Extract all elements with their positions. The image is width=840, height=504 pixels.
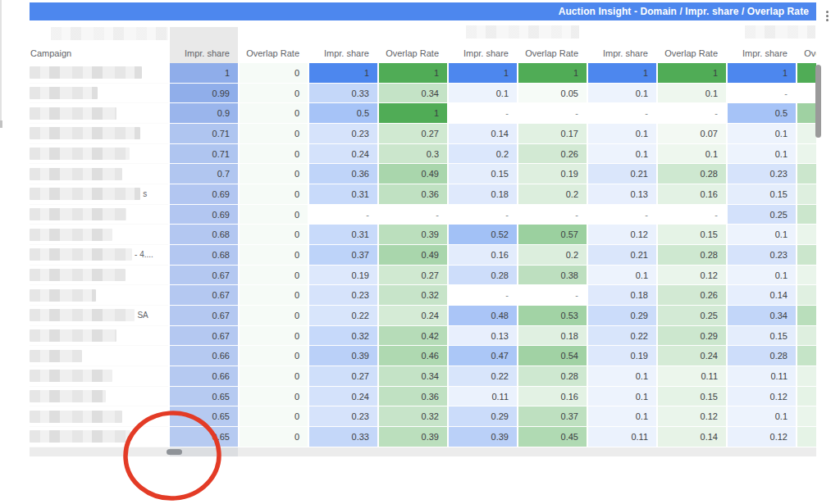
column-header-impr-share[interactable]: Impr. share	[309, 48, 377, 58]
impr-share-cell: 0.1	[728, 225, 796, 245]
impr-share-cell: 0.23	[309, 406, 377, 427]
column-header-impr-share[interactable]: Impr. share	[449, 48, 517, 58]
impr-share-cell: -	[728, 84, 796, 104]
horizontal-scrollbar-thumb[interactable]	[167, 449, 182, 455]
overlap-rate-cell: 0.24	[379, 306, 447, 326]
overlap-rate-cell: 0.19	[518, 164, 587, 184]
overlap-rate-cell: 0	[240, 245, 308, 266]
redaction-artifact	[51, 27, 168, 40]
overlap-rate-cell: 0.15	[658, 225, 726, 245]
overlap-rate-cell: 0.26	[658, 285, 726, 306]
overlap-rate-cell: 0	[240, 124, 308, 144]
impr-share-cell: 0.16	[449, 245, 517, 266]
campaign-cell: s	[30, 184, 168, 205]
table-row: 0.6500.230.320.290.370.10.120.1	[30, 406, 816, 427]
overlap-rate-cell-clipped	[797, 205, 816, 225]
table-row: 0.900.51----0.5	[30, 103, 816, 124]
left-edge-tick	[0, 120, 2, 128]
impr-share-cell: 0.28	[728, 346, 796, 366]
overlap-rate-cell: 0.26	[518, 144, 587, 165]
impr-share-cell: 0.1	[588, 124, 656, 144]
impr-share-cell: 0.14	[449, 124, 517, 144]
campaign-cell	[30, 285, 168, 306]
overlap-rate-cell: 0.18	[518, 326, 587, 347]
redacted-campaign-name	[30, 168, 122, 180]
overlap-rate-cell: 0.28	[518, 366, 587, 387]
campaign-cell	[30, 84, 168, 104]
impr-share-cell: 0.67	[170, 306, 238, 326]
overlap-rate-cell: 0.45	[518, 427, 587, 447]
column-header-impr-share[interactable]: Impr. share	[728, 48, 796, 58]
impr-share-cell: 0.11	[449, 387, 517, 407]
impr-share-cell: 0.24	[309, 387, 377, 407]
redacted-campaign-name	[30, 430, 130, 443]
impr-share-cell: 0.1	[588, 144, 656, 165]
overlap-rate-cell-clipped	[797, 285, 816, 306]
horizontal-scrollbar-track[interactable]	[30, 447, 816, 456]
column-header-overlap-rate[interactable]: Overlap Rate	[797, 48, 816, 58]
impr-share-cell: 0.65	[170, 387, 238, 407]
campaign-cell	[30, 366, 168, 387]
impr-share-cell: 0.71	[170, 144, 238, 165]
impr-share-cell: 0.32	[309, 326, 377, 347]
impr-share-cell: -	[449, 205, 517, 225]
impr-share-cell: 0.71	[170, 124, 238, 144]
overlap-rate-cell: 0	[240, 406, 308, 427]
overlap-rate-cell: 0	[240, 266, 308, 286]
redacted-campaign-name	[30, 289, 96, 302]
impr-share-cell: 0.1	[728, 406, 796, 427]
vertical-scrollbar-thumb[interactable]	[815, 65, 821, 138]
overlap-rate-cell-clipped	[797, 144, 816, 165]
impr-share-cell: 0.15	[728, 326, 796, 347]
overlap-rate-cell: 0.34	[379, 84, 447, 104]
overlap-rate-cell: 1	[518, 63, 587, 84]
impr-share-cell: 0.52	[449, 225, 517, 245]
column-header-impr-share[interactable]: Impr. share	[588, 48, 656, 58]
column-header-campaign[interactable]: Campaign	[30, 48, 168, 58]
overlap-rate-cell: 0	[240, 326, 308, 347]
overlap-rate-cell: -	[658, 205, 726, 225]
impr-share-cell: 0.33	[309, 427, 377, 447]
impr-share-cell: 0.1	[588, 266, 656, 286]
campaign-cell: SA	[30, 306, 168, 326]
auction-insight-table: CampaignImpr. shareOverlap RateImpr. sha…	[30, 43, 816, 447]
column-header-overlap-rate[interactable]: Overlap Rate	[658, 48, 726, 58]
impr-share-cell: 0.23	[309, 124, 377, 144]
campaign-cell	[30, 326, 168, 347]
impr-share-cell: 0.1	[449, 84, 517, 104]
overlap-rate-cell: 0	[240, 285, 308, 306]
overlap-rate-cell: 0.29	[658, 326, 726, 347]
column-header-overlap-rate[interactable]: Overlap Rate	[240, 48, 308, 58]
overlap-rate-cell: 0.1	[658, 84, 726, 104]
overlap-rate-cell: 0.39	[379, 225, 447, 245]
impr-share-cell: 0.12	[728, 387, 796, 407]
redaction-artifact	[466, 25, 579, 39]
table-row: 0.6800.310.390.520.570.120.150.1	[30, 225, 816, 245]
impr-share-cell: 0.66	[170, 366, 238, 387]
overlap-rate-cell: 0.42	[379, 326, 447, 347]
overlap-rate-cell: 0	[240, 346, 308, 366]
overlap-rate-cell: 0.28	[658, 245, 726, 266]
impr-share-cell: 0.5	[728, 103, 796, 124]
overlap-rate-cell-clipped	[797, 266, 816, 286]
impr-share-cell: 0.67	[170, 285, 238, 306]
column-header-impr-share[interactable]: Impr. share	[170, 48, 238, 58]
impr-share-cell: 0.25	[728, 205, 796, 225]
redacted-campaign-name	[30, 229, 112, 241]
more-options-icon[interactable]	[821, 7, 833, 25]
column-header-overlap-rate[interactable]: Overlap Rate	[518, 48, 587, 58]
overlap-rate-cell-clipped	[797, 387, 816, 407]
overlap-rate-cell: 0.27	[379, 124, 447, 144]
overlap-rate-cell: 0.2	[518, 245, 587, 266]
impr-share-cell: 0.13	[588, 184, 656, 205]
impr-share-cell: 0.68	[170, 245, 238, 266]
impr-share-cell: 0.21	[588, 164, 656, 184]
overlap-rate-cell: 0.36	[379, 184, 447, 205]
table-row: SA0.6700.220.240.480.530.290.250.34	[30, 306, 816, 326]
overlap-rate-cell: 0.24	[658, 346, 726, 366]
column-header-overlap-rate[interactable]: Overlap Rate	[379, 48, 447, 58]
impr-share-cell: 0.1	[588, 366, 656, 387]
overlap-rate-cell: 1	[658, 63, 726, 84]
overlap-rate-cell-clipped	[797, 184, 816, 205]
campaign-cell	[30, 144, 168, 165]
